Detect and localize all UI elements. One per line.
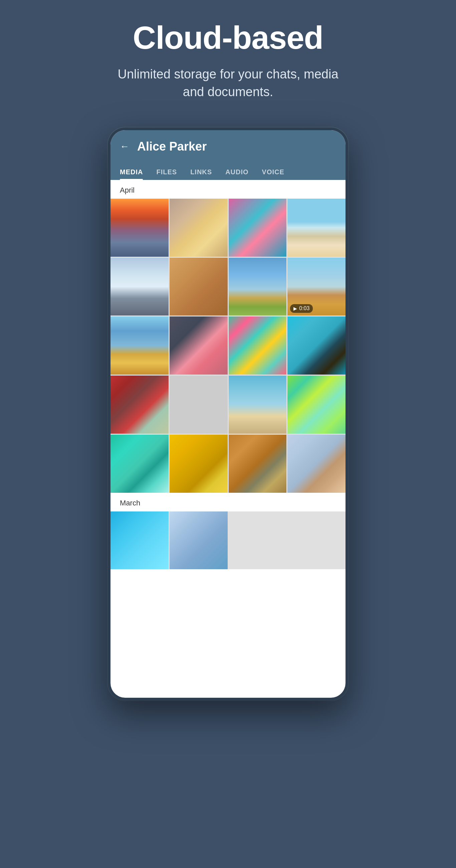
list-item[interactable]	[111, 376, 169, 434]
list-item[interactable]	[229, 316, 287, 375]
list-item[interactable]	[111, 512, 169, 569]
section-april: April	[111, 180, 345, 199]
list-item[interactable]	[229, 435, 287, 493]
hero-title: Cloud-based	[133, 20, 323, 55]
list-item[interactable]: ▶ 0:03	[287, 258, 345, 316]
photo-grid-april: ▶ 0:03	[111, 199, 345, 493]
chat-name: Alice Parker	[137, 140, 207, 154]
list-item[interactable]	[287, 435, 345, 493]
list-item[interactable]	[229, 199, 287, 257]
photo-grid-march	[111, 512, 345, 569]
media-tabs: MEDIA FILES LINKS AUDIO VOICE	[120, 164, 336, 180]
list-item[interactable]	[170, 435, 228, 493]
nav-bar: ← Alice Parker	[120, 140, 336, 154]
tab-files[interactable]: FILES	[156, 164, 177, 180]
list-item[interactable]	[111, 316, 169, 375]
media-content: April ▶ 0:03	[111, 180, 345, 569]
list-item[interactable]	[287, 376, 345, 434]
list-item[interactable]	[170, 376, 228, 434]
app-header: ← Alice Parker MEDIA FILES LINKS AUDIO V…	[111, 130, 345, 180]
tab-voice[interactable]: VOICE	[262, 164, 284, 180]
list-item[interactable]	[111, 435, 169, 493]
section-march: March	[111, 493, 345, 512]
list-item[interactable]	[111, 199, 169, 257]
list-item[interactable]	[229, 376, 287, 434]
back-button[interactable]: ←	[120, 142, 129, 151]
phone-screen: ← Alice Parker MEDIA FILES LINKS AUDIO V…	[111, 130, 345, 698]
list-item[interactable]	[287, 199, 345, 257]
tab-audio[interactable]: AUDIO	[225, 164, 248, 180]
list-item[interactable]	[170, 258, 228, 316]
list-item[interactable]	[287, 316, 345, 375]
video-duration-badge: ▶ 0:03	[290, 304, 313, 313]
video-duration: 0:03	[299, 306, 309, 311]
list-item[interactable]	[170, 316, 228, 375]
list-item[interactable]	[111, 258, 169, 316]
list-item[interactable]	[229, 258, 287, 316]
list-item[interactable]	[170, 199, 228, 257]
phone-mockup: ← Alice Parker MEDIA FILES LINKS AUDIO V…	[108, 127, 348, 701]
hero-subtitle: Unlimited storage for your chats, media …	[111, 65, 345, 101]
tab-links[interactable]: LINKS	[190, 164, 212, 180]
play-icon: ▶	[294, 306, 297, 311]
list-item[interactable]	[170, 512, 228, 569]
tab-media[interactable]: MEDIA	[120, 164, 143, 180]
